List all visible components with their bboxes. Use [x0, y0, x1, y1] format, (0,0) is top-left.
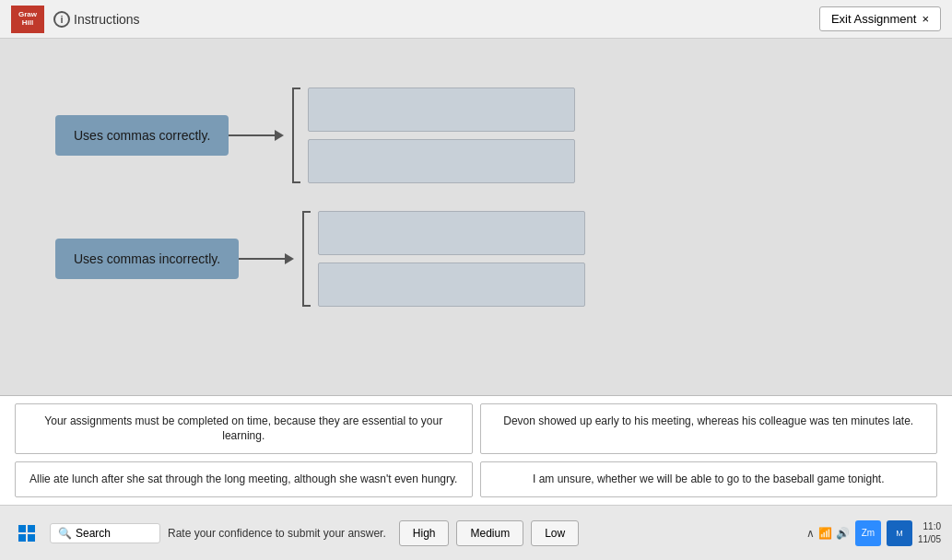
- mcgraw-hill-logo: Graw Hill: [11, 6, 44, 33]
- exit-icon: ×: [922, 12, 929, 26]
- medium-label: Medium: [470, 527, 510, 540]
- arrow-correct: [229, 130, 284, 141]
- answer-card-3-text: Allie ate lunch after she sat through th…: [29, 472, 457, 485]
- windows-icon: [18, 525, 35, 542]
- answer-card-3[interactable]: Allie ate lunch after she sat through th…: [15, 461, 473, 497]
- slots-correct: [284, 85, 575, 186]
- confidence-label: Rate your confidence to submit your answ…: [168, 527, 386, 540]
- taskbar: 🔍 Search Rate your confidence to submit …: [0, 505, 952, 560]
- top-bar: Graw Hill i Instructions Exit Assignment…: [0, 0, 952, 39]
- bracket-incorrect-icon: [298, 208, 314, 309]
- app-icon: M: [887, 520, 912, 546]
- logo-text-line2: Hill: [22, 19, 33, 28]
- tray-icons: ∧ 📶 🔊: [806, 527, 850, 540]
- answer-card-2-text: Devon showed up early to his meeting, wh…: [503, 414, 913, 427]
- system-clock: 11:0 11/05: [918, 520, 941, 546]
- search-placeholder: Search: [76, 527, 111, 540]
- sort-group-incorrect: Uses commas incorrectly.: [55, 208, 915, 309]
- drop-slot-incorrect-2[interactable]: [318, 262, 585, 307]
- drop-slot-correct-2[interactable]: [308, 139, 575, 183]
- arrow-head-correct: [275, 130, 284, 141]
- slots-incorrect: [294, 208, 585, 309]
- bracket-correct-icon: [288, 85, 304, 186]
- drop-slot-correct-1[interactable]: [308, 88, 575, 132]
- windows-start-button[interactable]: [11, 521, 42, 545]
- category-incorrect-label: Uses commas incorrectly.: [74, 251, 220, 266]
- category-correct-button[interactable]: Uses commas correctly.: [55, 115, 229, 156]
- sorting-layout: Uses commas correctly. Uses com: [55, 85, 915, 309]
- answer-card-1-text: Your assignments must be completed on ti…: [44, 414, 442, 443]
- low-confidence-button[interactable]: Low: [531, 520, 579, 546]
- category-correct-label: Uses commas correctly.: [74, 128, 210, 143]
- arrow-line-correct: [229, 134, 275, 136]
- answer-cards-area: Your assignments must be completed on ti…: [0, 395, 952, 505]
- arrow-head-incorrect: [285, 253, 294, 264]
- arrow-incorrect: [239, 253, 294, 264]
- answer-card-1[interactable]: Your assignments must be completed on ti…: [15, 403, 473, 455]
- clock-date: 11/05: [918, 533, 941, 546]
- tray-up-icon: ∧: [806, 527, 815, 540]
- answer-card-2[interactable]: Devon showed up early to his meeting, wh…: [480, 403, 938, 455]
- search-bar[interactable]: 🔍 Search: [50, 523, 160, 543]
- logo-area: Graw Hill i Instructions: [11, 6, 140, 33]
- instructions-label: Instructions: [74, 12, 140, 27]
- instructions-link[interactable]: i Instructions: [53, 11, 140, 28]
- exit-assignment-label: Exit Assignment: [831, 12, 917, 26]
- incorrect-slots: [318, 211, 585, 307]
- drop-slot-incorrect-1[interactable]: [318, 211, 585, 255]
- answer-card-4-text: I am unsure, whether we will be able to …: [533, 472, 885, 485]
- system-tray: ∧ 📶 🔊 Zm M 11:0 11/05: [806, 520, 941, 546]
- exit-assignment-button[interactable]: Exit Assignment ×: [819, 6, 941, 31]
- zoom-icon: Zm: [855, 520, 881, 546]
- high-confidence-button[interactable]: High: [399, 520, 450, 546]
- arrow-line-incorrect: [239, 258, 285, 260]
- sort-group-correct: Uses commas correctly.: [55, 85, 915, 186]
- search-icon: 🔍: [58, 527, 72, 540]
- answer-card-4[interactable]: I am unsure, whether we will be able to …: [480, 461, 938, 497]
- info-icon: i: [53, 11, 70, 28]
- medium-confidence-button[interactable]: Medium: [456, 520, 523, 546]
- correct-slots: [308, 88, 575, 183]
- high-label: High: [413, 527, 436, 540]
- clock-time: 11:0: [918, 520, 941, 533]
- tray-wifi-icon: 📶: [818, 527, 832, 540]
- low-label: Low: [545, 527, 565, 540]
- tray-volume-icon: 🔊: [836, 527, 850, 540]
- category-incorrect-button[interactable]: Uses commas incorrectly.: [55, 239, 239, 279]
